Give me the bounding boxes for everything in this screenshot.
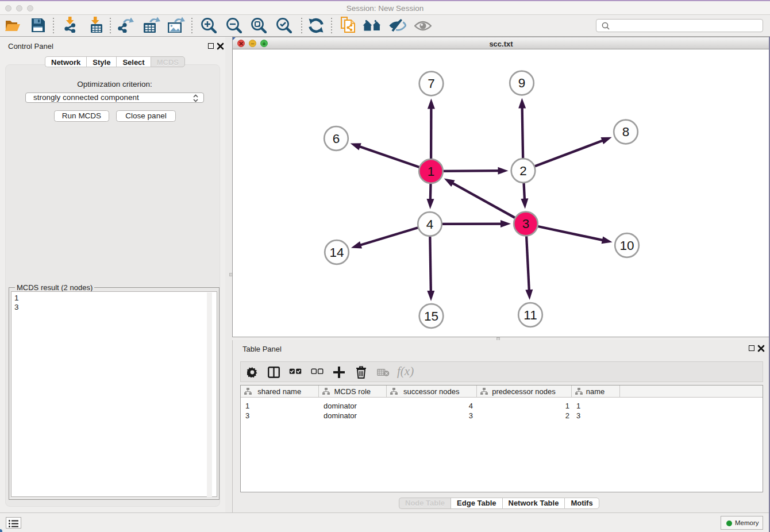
svg-text:3: 3	[522, 217, 530, 231]
svg-text:6: 6	[333, 132, 340, 146]
svg-text:11: 11	[523, 308, 537, 322]
svg-text:1: 1	[428, 164, 435, 179]
svg-text:8: 8	[622, 125, 630, 139]
svg-text:9: 9	[518, 76, 526, 90]
svg-text:10: 10	[619, 238, 634, 253]
svg-text:2: 2	[519, 164, 527, 178]
svg-text:4: 4	[426, 217, 434, 232]
svg-text:15: 15	[424, 309, 438, 323]
svg-text:7: 7	[428, 76, 435, 91]
svg-text:14: 14	[329, 245, 344, 260]
